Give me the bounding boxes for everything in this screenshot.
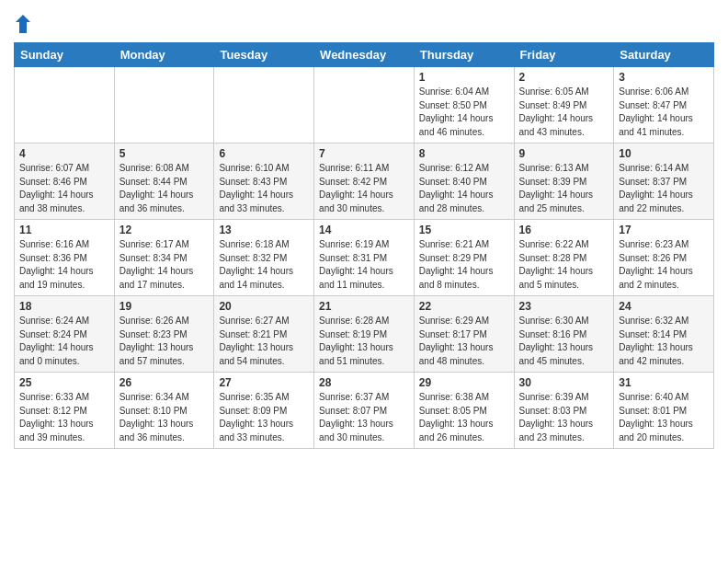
calendar-cell: 11Sunrise: 6:16 AM Sunset: 8:36 PM Dayli… (15, 220, 115, 296)
day-number: 11 (19, 224, 109, 236)
day-info: Sunrise: 6:37 AM Sunset: 8:07 PM Dayligh… (319, 391, 409, 444)
day-info: Sunrise: 6:34 AM Sunset: 8:10 PM Dayligh… (119, 391, 210, 444)
day-info: Sunrise: 6:26 AM Sunset: 8:23 PM Dayligh… (119, 315, 210, 368)
day-info: Sunrise: 6:07 AM Sunset: 8:46 PM Dayligh… (19, 162, 109, 215)
day-info: Sunrise: 6:27 AM Sunset: 8:21 PM Dayligh… (219, 315, 309, 368)
day-info: Sunrise: 6:14 AM Sunset: 8:37 PM Dayligh… (619, 162, 709, 215)
day-info: Sunrise: 6:29 AM Sunset: 8:17 PM Dayligh… (419, 315, 509, 368)
day-info: Sunrise: 6:17 AM Sunset: 8:34 PM Dayligh… (119, 238, 210, 292)
day-number: 4 (19, 147, 109, 160)
calendar-cell: 23Sunrise: 6:30 AM Sunset: 8:16 PM Dayli… (514, 296, 614, 373)
day-number: 23 (519, 300, 609, 313)
day-number: 27 (219, 376, 309, 389)
calendar-cell: 3Sunrise: 6:06 AM Sunset: 8:47 PM Daylig… (614, 67, 714, 144)
day-number: 13 (219, 224, 309, 236)
day-number: 20 (219, 300, 309, 313)
calendar-cell: 4Sunrise: 6:07 AM Sunset: 8:46 PM Daylig… (15, 144, 115, 220)
calendar-cell: 26Sunrise: 6:34 AM Sunset: 8:10 PM Dayli… (114, 373, 214, 449)
day-number: 8 (419, 147, 509, 160)
calendar-cell: 9Sunrise: 6:13 AM Sunset: 8:39 PM Daylig… (514, 144, 614, 220)
day-number: 15 (419, 224, 509, 236)
calendar-week-row: 25Sunrise: 6:33 AM Sunset: 8:12 PM Dayli… (15, 373, 714, 449)
calendar-cell: 27Sunrise: 6:35 AM Sunset: 8:09 PM Dayli… (214, 373, 314, 449)
calendar-header-row: SundayMondayTuesdayWednesdayThursdayFrid… (15, 43, 714, 67)
day-info: Sunrise: 6:40 AM Sunset: 8:01 PM Dayligh… (619, 391, 709, 444)
logo-area (14, 9, 36, 35)
calendar-cell: 7Sunrise: 6:11 AM Sunset: 8:42 PM Daylig… (314, 144, 415, 220)
day-number: 2 (519, 71, 609, 84)
calendar-cell (15, 67, 115, 144)
calendar-cell: 21Sunrise: 6:28 AM Sunset: 8:19 PM Dayli… (314, 296, 415, 373)
day-info: Sunrise: 6:39 AM Sunset: 8:03 PM Dayligh… (519, 391, 609, 444)
day-number: 17 (619, 224, 709, 236)
day-info: Sunrise: 6:35 AM Sunset: 8:09 PM Dayligh… (219, 391, 309, 444)
calendar-cell: 31Sunrise: 6:40 AM Sunset: 8:01 PM Dayli… (614, 373, 714, 449)
calendar-week-row: 11Sunrise: 6:16 AM Sunset: 8:36 PM Dayli… (15, 220, 714, 296)
day-info: Sunrise: 6:16 AM Sunset: 8:36 PM Dayligh… (19, 238, 109, 292)
calendar-cell: 16Sunrise: 6:22 AM Sunset: 8:28 PM Dayli… (514, 220, 614, 296)
day-number: 28 (319, 376, 409, 389)
weekday-header: Sunday (15, 43, 115, 67)
day-info: Sunrise: 6:32 AM Sunset: 8:14 PM Dayligh… (619, 315, 709, 368)
day-number: 14 (319, 224, 409, 236)
day-number: 1 (419, 71, 509, 84)
day-number: 12 (119, 224, 210, 236)
day-info: Sunrise: 6:38 AM Sunset: 8:05 PM Dayligh… (419, 391, 509, 444)
calendar-cell (314, 67, 415, 144)
day-number: 22 (419, 300, 509, 313)
day-info: Sunrise: 6:30 AM Sunset: 8:16 PM Dayligh… (519, 315, 609, 368)
calendar-cell: 28Sunrise: 6:37 AM Sunset: 8:07 PM Dayli… (314, 373, 415, 449)
day-number: 29 (419, 376, 509, 389)
day-number: 16 (519, 224, 609, 236)
day-info: Sunrise: 6:08 AM Sunset: 8:44 PM Dayligh… (119, 162, 210, 215)
day-number: 24 (619, 300, 709, 313)
day-info: Sunrise: 6:28 AM Sunset: 8:19 PM Dayligh… (319, 315, 409, 368)
day-info: Sunrise: 6:12 AM Sunset: 8:40 PM Dayligh… (419, 162, 509, 215)
day-info: Sunrise: 6:04 AM Sunset: 8:50 PM Dayligh… (419, 86, 509, 139)
calendar-cell: 29Sunrise: 6:38 AM Sunset: 8:05 PM Dayli… (414, 373, 514, 449)
day-info: Sunrise: 6:05 AM Sunset: 8:49 PM Dayligh… (519, 86, 609, 139)
calendar-week-row: 1Sunrise: 6:04 AM Sunset: 8:50 PM Daylig… (15, 67, 714, 144)
calendar-cell: 19Sunrise: 6:26 AM Sunset: 8:23 PM Dayli… (114, 296, 214, 373)
day-info: Sunrise: 6:06 AM Sunset: 8:47 PM Dayligh… (619, 86, 709, 139)
day-info: Sunrise: 6:21 AM Sunset: 8:29 PM Dayligh… (419, 238, 509, 292)
calendar-cell: 25Sunrise: 6:33 AM Sunset: 8:12 PM Dayli… (15, 373, 115, 449)
day-info: Sunrise: 6:33 AM Sunset: 8:12 PM Dayligh… (19, 391, 109, 444)
calendar-cell: 18Sunrise: 6:24 AM Sunset: 8:24 PM Dayli… (15, 296, 115, 373)
day-info: Sunrise: 6:24 AM Sunset: 8:24 PM Dayligh… (19, 315, 109, 368)
day-number: 5 (119, 147, 210, 160)
day-info: Sunrise: 6:22 AM Sunset: 8:28 PM Dayligh… (519, 238, 609, 292)
calendar-cell: 20Sunrise: 6:27 AM Sunset: 8:21 PM Dayli… (214, 296, 314, 373)
day-number: 3 (619, 71, 709, 84)
calendar-cell: 14Sunrise: 6:19 AM Sunset: 8:31 PM Dayli… (314, 220, 415, 296)
weekday-header: Thursday (414, 43, 514, 67)
weekday-header: Friday (514, 43, 614, 67)
day-number: 7 (319, 147, 409, 160)
day-number: 9 (519, 147, 609, 160)
calendar-cell: 15Sunrise: 6:21 AM Sunset: 8:29 PM Dayli… (414, 220, 514, 296)
calendar-cell: 22Sunrise: 6:29 AM Sunset: 8:17 PM Dayli… (414, 296, 514, 373)
day-number: 10 (619, 147, 709, 160)
calendar-week-row: 18Sunrise: 6:24 AM Sunset: 8:24 PM Dayli… (15, 296, 714, 373)
day-info: Sunrise: 6:11 AM Sunset: 8:42 PM Dayligh… (319, 162, 409, 215)
day-info: Sunrise: 6:19 AM Sunset: 8:31 PM Dayligh… (319, 238, 409, 292)
calendar-cell: 6Sunrise: 6:10 AM Sunset: 8:43 PM Daylig… (214, 144, 314, 220)
day-number: 31 (619, 376, 709, 389)
weekday-header: Wednesday (314, 43, 415, 67)
calendar-cell: 2Sunrise: 6:05 AM Sunset: 8:49 PM Daylig… (514, 67, 614, 144)
page: SundayMondayTuesdayWednesdayThursdayFrid… (0, 0, 728, 463)
day-number: 19 (119, 300, 210, 313)
calendar-cell: 10Sunrise: 6:14 AM Sunset: 8:37 PM Dayli… (614, 144, 714, 220)
day-info: Sunrise: 6:13 AM Sunset: 8:39 PM Dayligh… (519, 162, 609, 215)
header (14, 9, 714, 35)
calendar: SundayMondayTuesdayWednesdayThursdayFrid… (14, 42, 714, 449)
calendar-cell: 8Sunrise: 6:12 AM Sunset: 8:40 PM Daylig… (414, 144, 514, 220)
day-info: Sunrise: 6:10 AM Sunset: 8:43 PM Dayligh… (219, 162, 309, 215)
calendar-cell: 24Sunrise: 6:32 AM Sunset: 8:14 PM Dayli… (614, 296, 714, 373)
calendar-cell: 17Sunrise: 6:23 AM Sunset: 8:26 PM Dayli… (614, 220, 714, 296)
logo-icon (14, 13, 32, 35)
weekday-header: Saturday (614, 43, 714, 67)
calendar-cell (214, 67, 314, 144)
calendar-cell: 1Sunrise: 6:04 AM Sunset: 8:50 PM Daylig… (414, 67, 514, 144)
day-number: 26 (119, 376, 210, 389)
